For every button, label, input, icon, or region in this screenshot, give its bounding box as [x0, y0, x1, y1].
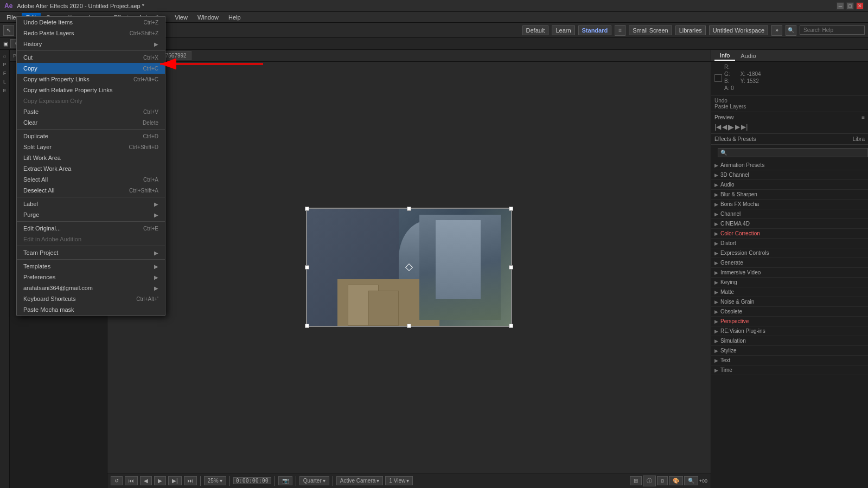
workspace-small-screen[interactable]: Small Screen — [629, 25, 672, 35]
context-menu-item-paste-mocha-mask[interactable]: Paste Mocha mask — [17, 304, 165, 315]
effect-item-simulation[interactable]: ▶Simulation — [711, 336, 868, 346]
handle-top-middle[interactable] — [407, 207, 411, 211]
effect-item-color-correction[interactable]: ▶Color Correction — [711, 229, 868, 239]
menu-window[interactable]: Window — [193, 13, 223, 22]
sidebar-icon-project[interactable]: P — [1, 61, 9, 68]
context-menu-item-arafatsani364@gmail.com[interactable]: arafatsani364@gmail.com▶ — [17, 282, 165, 293]
effect-item-channel[interactable]: ▶Channel — [711, 209, 868, 219]
handle-middle-left[interactable] — [305, 265, 309, 269]
workspace-more-icon[interactable]: » — [771, 25, 782, 36]
context-menu-item-redo-paste-layers[interactable]: Redo Paste LayersCtrl+Shift+Z — [17, 28, 165, 38]
tab-info[interactable]: Info — [714, 51, 735, 61]
context-menu-item-extract-work-area[interactable]: Extract Work Area — [17, 163, 165, 174]
effect-item-matte[interactable]: ▶Matte — [711, 287, 868, 297]
handle-top-left[interactable] — [305, 207, 309, 211]
context-menu-item-split-layer[interactable]: Split LayerCtrl+Shift+D — [17, 142, 165, 152]
handle-bottom-right[interactable] — [509, 324, 513, 328]
preview-first-frame-button[interactable]: |◀ — [714, 123, 721, 131]
effect-item-animation-presets[interactable]: ▶Animation Presets — [711, 160, 868, 170]
libraries-tab[interactable]: Libra — [853, 136, 865, 142]
sidebar-icon-effects[interactable]: E — [1, 87, 9, 94]
selection-tool-button[interactable]: ↖ — [3, 25, 14, 36]
maximize-button[interactable]: □ — [846, 2, 854, 10]
effect-item-blur-&-sharpen[interactable]: ▶Blur & Sharpen — [711, 190, 868, 200]
effect-item-perspective[interactable]: ▶Perspective — [711, 317, 868, 326]
vc-zoom-icon[interactable]: 🔍 — [684, 476, 698, 485]
workspace-default[interactable]: Default — [522, 25, 549, 35]
workspace-learn[interactable]: Learn — [552, 25, 575, 35]
context-menu-item-paste[interactable]: PasteCtrl+V — [17, 106, 165, 117]
effect-item-keying[interactable]: ▶Keying — [711, 278, 868, 287]
close-button[interactable]: ✕ — [856, 2, 864, 10]
handle-bottom-middle[interactable] — [407, 324, 411, 328]
context-menu-item-copy-with-property-links[interactable]: Copy with Property LinksCtrl+Alt+C — [17, 74, 165, 85]
vc-play-button[interactable]: ▶ — [154, 476, 166, 485]
context-menu-item-cut[interactable]: CutCtrl+X — [17, 52, 165, 63]
handle-middle-right[interactable] — [509, 265, 513, 269]
camera-dropdown[interactable]: Active Camera ▾ — [336, 476, 384, 485]
effect-item-audio[interactable]: ▶Audio — [711, 180, 868, 190]
menu-view[interactable]: View — [170, 13, 192, 22]
minimize-button[interactable]: ─ — [837, 2, 844, 10]
vc-prev-frame-button[interactable]: ⏮ — [125, 476, 138, 485]
vc-prev-button[interactable]: ◀ — [140, 476, 152, 485]
context-menu-item-copy-with-relative-property-links[interactable]: Copy with Relative Property Links — [17, 85, 165, 95]
context-menu-item-team-project[interactable]: Team Project▶ — [17, 247, 165, 258]
handle-top-right[interactable] — [509, 207, 513, 211]
menu-help[interactable]: Help — [224, 13, 245, 22]
vc-color-icon[interactable]: 🎨 — [669, 476, 683, 485]
vc-timecode[interactable]: 0:00:00:00 — [233, 477, 271, 484]
context-menu-item-copy[interactable]: CopyCtrl+C — [17, 63, 165, 74]
effect-item-time[interactable]: ▶Time — [711, 365, 868, 375]
effect-item-expression-controls[interactable]: ▶Expression Controls — [711, 248, 868, 258]
effect-item-distort[interactable]: ▶Distort — [711, 239, 868, 248]
preview-settings-icon[interactable]: ≡ — [861, 114, 865, 120]
search-icon[interactable]: 🔍 — [786, 25, 796, 36]
zoom-dropdown[interactable]: 25% ▾ — [204, 476, 226, 485]
effect-item-obsolete[interactable]: ▶Obsolete — [711, 307, 868, 317]
context-menu-item-history[interactable]: History▶ — [17, 38, 165, 49]
workspace-untitled[interactable]: Untitled Workspace — [709, 25, 768, 35]
effect-item-re:vision-plug-ins[interactable]: ▶RE:Vision Plug-ins — [711, 326, 868, 336]
effects-search-input[interactable] — [718, 148, 868, 157]
sidebar-icon-home[interactable]: ⌂ — [1, 52, 9, 60]
title-bar-controls[interactable]: ─ □ ✕ — [837, 2, 864, 10]
vc-reset-button[interactable]: ↺ — [111, 476, 123, 485]
sidebar-icon-layers[interactable]: L — [1, 78, 9, 86]
workspace-libraries[interactable]: Libraries — [675, 25, 706, 35]
context-menu-item-undo-delete-items[interactable]: Undo Delete ItemsCtrl+Z — [17, 17, 165, 28]
context-menu-item-lift-work-area[interactable]: Lift Work Area — [17, 152, 165, 163]
context-menu-item-deselect-all[interactable]: Deselect AllCtrl+Shift+A — [17, 185, 165, 196]
color-swatch[interactable] — [714, 74, 722, 82]
context-menu-item-clear[interactable]: ClearDelete — [17, 117, 165, 128]
vc-snapshot-button[interactable]: 📷 — [278, 476, 292, 485]
preview-next-frame-button[interactable]: ▶ — [735, 123, 740, 131]
effect-item-boris-fx-mocha[interactable]: ▶Boris FX Mocha — [711, 200, 868, 209]
vc-next-frame-button[interactable]: ⏭ — [184, 476, 197, 485]
quality-dropdown[interactable]: Quarter ▾ — [299, 476, 329, 485]
effect-item-text[interactable]: ▶Text — [711, 356, 868, 365]
handle-bottom-left[interactable] — [305, 324, 309, 328]
context-menu-item-edit-original...[interactable]: Edit Original...Ctrl+E — [17, 223, 165, 234]
tab-audio[interactable]: Audio — [735, 52, 761, 60]
effect-item-immersive-video[interactable]: ▶Immersive Video — [711, 268, 868, 278]
preview-play-button[interactable]: ▶ — [728, 123, 734, 131]
vc-grid-icon[interactable]: ⊞ — [630, 476, 642, 485]
preview-prev-frame-button[interactable]: ◀ — [722, 123, 727, 131]
context-menu-item-templates[interactable]: Templates▶ — [17, 261, 165, 272]
effect-item-generate[interactable]: ▶Generate — [711, 258, 868, 268]
preview-last-frame-button[interactable]: ▶| — [741, 123, 748, 131]
vc-next-button[interactable]: ▶| — [168, 476, 182, 485]
effect-item-cinema-4d[interactable]: ▶CINEMA 4D — [711, 219, 868, 229]
context-menu-item-label[interactable]: Label▶ — [17, 198, 165, 209]
workspace-standard-settings-icon[interactable]: ≡ — [615, 25, 626, 36]
vc-info-icon[interactable]: ⓘ — [643, 476, 656, 486]
view-dropdown[interactable]: 1 View ▾ — [385, 476, 413, 485]
vc-alpha-icon[interactable]: α — [657, 476, 668, 485]
context-menu-item-keyboard-shortcuts[interactable]: Keyboard ShortcutsCtrl+Alt+' — [17, 293, 165, 304]
sidebar-icon-folder[interactable]: F — [1, 69, 9, 77]
context-menu-item-preferences[interactable]: Preferences▶ — [17, 272, 165, 282]
context-menu-item-duplicate[interactable]: DuplicateCtrl+D — [17, 131, 165, 142]
search-input[interactable] — [800, 25, 865, 35]
effect-item-3d-channel[interactable]: ▶3D Channel — [711, 170, 868, 180]
